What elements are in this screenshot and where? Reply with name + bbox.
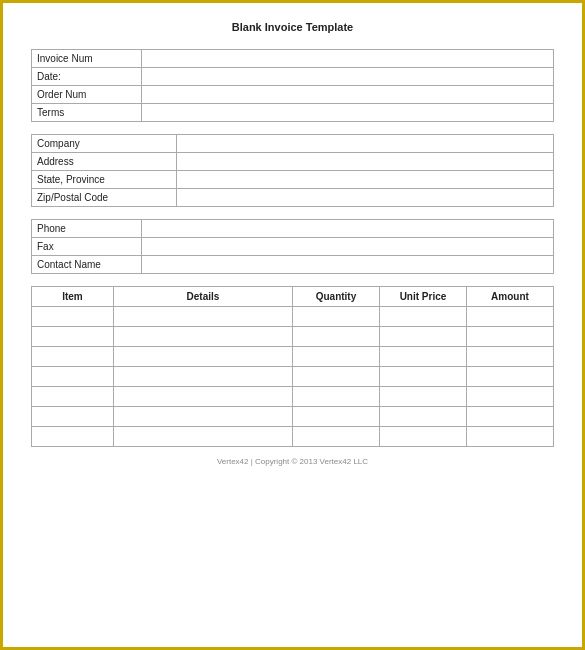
price-cell-2[interactable]: [379, 327, 466, 347]
qty-cell-6[interactable]: [292, 407, 379, 427]
qty-cell-2[interactable]: [292, 327, 379, 347]
item-cell-6[interactable]: [32, 407, 114, 427]
item-cell-7[interactable]: [32, 427, 114, 447]
fax-label: Fax: [32, 238, 142, 255]
address-label: Address: [32, 153, 177, 170]
col-header-details: Details: [113, 287, 292, 307]
phone-row: Phone: [32, 220, 553, 238]
amount-cell-1[interactable]: [466, 307, 553, 327]
page-wrapper: Blank Invoice Template Invoice Num Date:…: [0, 0, 585, 650]
qty-cell-5[interactable]: [292, 387, 379, 407]
price-cell-5[interactable]: [379, 387, 466, 407]
address-row: Address: [32, 153, 553, 171]
amount-cell-5[interactable]: [466, 387, 553, 407]
fax-value[interactable]: [142, 238, 553, 255]
date-label: Date:: [32, 68, 142, 85]
state-row: State, Province: [32, 171, 553, 189]
qty-cell-4[interactable]: [292, 367, 379, 387]
qty-cell-3[interactable]: [292, 347, 379, 367]
qty-cell-7[interactable]: [292, 427, 379, 447]
order-num-label: Order Num: [32, 86, 142, 103]
item-cell-3[interactable]: [32, 347, 114, 367]
amount-cell-7[interactable]: [466, 427, 553, 447]
amount-cell-4[interactable]: [466, 367, 553, 387]
price-cell-1[interactable]: [379, 307, 466, 327]
table-row: [32, 307, 554, 327]
details-cell-6[interactable]: [113, 407, 292, 427]
contact-name-row: Contact Name: [32, 256, 553, 273]
address-value[interactable]: [177, 153, 553, 170]
qty-cell-1[interactable]: [292, 307, 379, 327]
terms-value[interactable]: [142, 104, 553, 121]
invoice-num-label: Invoice Num: [32, 50, 142, 67]
table-row: [32, 327, 554, 347]
phone-value[interactable]: [142, 220, 553, 237]
col-header-item: Item: [32, 287, 114, 307]
details-cell-7[interactable]: [113, 427, 292, 447]
details-cell-2[interactable]: [113, 327, 292, 347]
table-row: [32, 407, 554, 427]
col-header-unit-price: Unit Price: [379, 287, 466, 307]
details-cell-4[interactable]: [113, 367, 292, 387]
invoice-num-row: Invoice Num: [32, 50, 553, 68]
details-cell-5[interactable]: [113, 387, 292, 407]
footer-note: Vertex42 | Copyright © 2013 Vertex42 LLC: [31, 457, 554, 466]
col-header-quantity: Quantity: [292, 287, 379, 307]
price-cell-4[interactable]: [379, 367, 466, 387]
details-cell-1[interactable]: [113, 307, 292, 327]
contact-name-label: Contact Name: [32, 256, 142, 273]
company-row: Company: [32, 135, 553, 153]
date-row: Date:: [32, 68, 553, 86]
price-cell-6[interactable]: [379, 407, 466, 427]
terms-label: Terms: [32, 104, 142, 121]
contact-name-value[interactable]: [142, 256, 553, 273]
contact-section: Phone Fax Contact Name: [31, 219, 554, 274]
order-num-row: Order Num: [32, 86, 553, 104]
item-cell-2[interactable]: [32, 327, 114, 347]
date-value[interactable]: [142, 68, 553, 85]
fax-row: Fax: [32, 238, 553, 256]
item-cell-5[interactable]: [32, 387, 114, 407]
item-cell-1[interactable]: [32, 307, 114, 327]
item-cell-4[interactable]: [32, 367, 114, 387]
phone-label: Phone: [32, 220, 142, 237]
zip-value[interactable]: [177, 189, 553, 206]
amount-cell-2[interactable]: [466, 327, 553, 347]
table-row: [32, 347, 554, 367]
zip-row: Zip/Postal Code: [32, 189, 553, 206]
details-cell-3[interactable]: [113, 347, 292, 367]
table-row: [32, 367, 554, 387]
state-label: State, Province: [32, 171, 177, 188]
table-row: [32, 427, 554, 447]
company-label: Company: [32, 135, 177, 152]
invoice-info-section: Invoice Num Date: Order Num Terms: [31, 49, 554, 122]
order-num-value[interactable]: [142, 86, 553, 103]
invoice-num-value[interactable]: [142, 50, 553, 67]
price-cell-3[interactable]: [379, 347, 466, 367]
page-inner: Blank Invoice Template Invoice Num Date:…: [3, 3, 582, 476]
zip-label: Zip/Postal Code: [32, 189, 177, 206]
amount-cell-3[interactable]: [466, 347, 553, 367]
amount-cell-6[interactable]: [466, 407, 553, 427]
table-row: [32, 387, 554, 407]
items-table: Item Details Quantity Unit Price Amount: [31, 286, 554, 447]
company-value[interactable]: [177, 135, 553, 152]
terms-row: Terms: [32, 104, 553, 121]
col-header-amount: Amount: [466, 287, 553, 307]
page-title: Blank Invoice Template: [31, 21, 554, 33]
state-value[interactable]: [177, 171, 553, 188]
price-cell-7[interactable]: [379, 427, 466, 447]
company-section: Company Address State, Province Zip/Post…: [31, 134, 554, 207]
table-header-row: Item Details Quantity Unit Price Amount: [32, 287, 554, 307]
